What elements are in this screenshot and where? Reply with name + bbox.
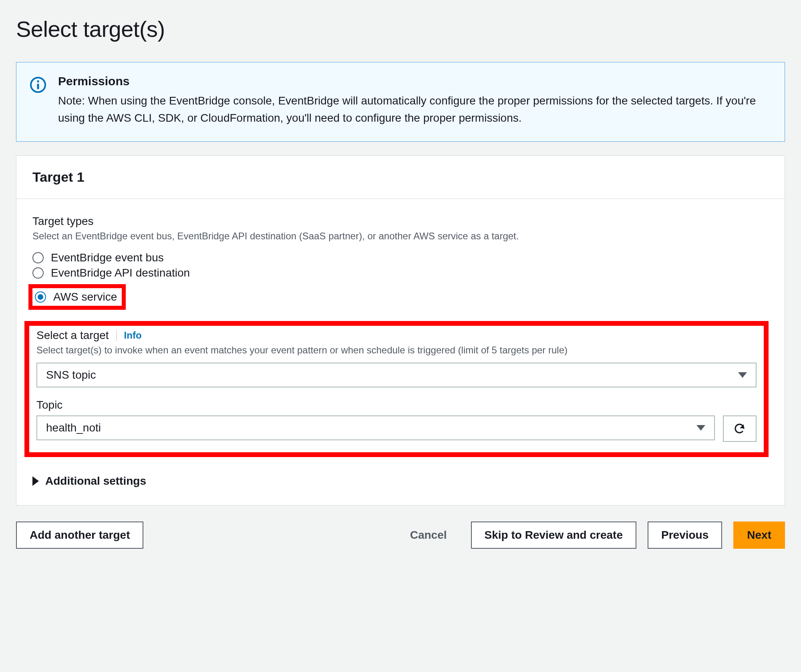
topic-select-value: health_noti (46, 421, 101, 434)
target-types-description: Select an EventBridge event bus, EventBr… (32, 229, 769, 243)
permissions-title: Permissions (58, 74, 770, 88)
radio-api-destination[interactable] (32, 267, 44, 279)
refresh-icon (733, 422, 747, 435)
target-types-title: Target types (32, 215, 769, 228)
add-another-target-button[interactable]: Add another target (16, 522, 143, 549)
caret-down-icon (696, 425, 705, 431)
radio-row-aws-service[interactable]: AWS service (35, 291, 117, 303)
select-target-description: Select target(s) to invoke when an event… (36, 343, 757, 357)
topic-select[interactable]: health_noti (36, 415, 715, 440)
info-icon (29, 76, 47, 94)
next-button[interactable]: Next (733, 522, 785, 549)
radio-label-event-bus: EventBridge event bus (51, 251, 164, 264)
permissions-note: Note: When using the EventBridge console… (58, 92, 770, 127)
target-type-select-value: SNS topic (46, 369, 96, 381)
radio-label-api-destination: EventBridge API destination (51, 267, 190, 279)
page-title: Select target(s) (16, 16, 785, 42)
target-panel-header: Target 1 (16, 156, 785, 199)
target-panel-title: Target 1 (32, 169, 769, 185)
radio-event-bus[interactable] (32, 252, 44, 263)
target-panel: Target 1 Target types Select an EventBri… (16, 155, 785, 506)
refresh-button[interactable] (723, 415, 757, 442)
highlight-aws-service: AWS service (28, 284, 126, 310)
footer: Add another target Cancel Skip to Review… (16, 522, 785, 549)
skip-to-review-button[interactable]: Skip to Review and create (471, 522, 636, 549)
radio-label-aws-service: AWS service (53, 291, 117, 303)
info-link[interactable]: Info (116, 330, 142, 341)
additional-settings-expander[interactable]: Additional settings (32, 475, 769, 487)
svg-marker-6 (32, 476, 39, 486)
caret-right-icon (32, 476, 39, 486)
permissions-info-box: Permissions Note: When using the EventBr… (16, 62, 785, 142)
target-type-select[interactable]: SNS topic (36, 363, 757, 387)
svg-rect-2 (37, 80, 39, 83)
caret-down-icon (738, 372, 747, 378)
svg-marker-3 (738, 372, 747, 378)
svg-marker-4 (696, 425, 705, 431)
additional-settings-label: Additional settings (45, 475, 146, 487)
radio-row-api-destination[interactable]: EventBridge API destination (32, 267, 769, 279)
radio-aws-service[interactable] (35, 291, 46, 303)
highlight-select-target: Select a target Info Select target(s) to… (24, 321, 769, 457)
svg-rect-1 (37, 84, 39, 89)
topic-label: Topic (36, 399, 757, 411)
select-target-title: Select a target (36, 329, 109, 342)
radio-row-event-bus[interactable]: EventBridge event bus (32, 251, 769, 264)
target-panel-body: Target types Select an EventBridge event… (16, 199, 785, 506)
cancel-button[interactable]: Cancel (397, 522, 460, 549)
select-target-header: Select a target Info (36, 329, 757, 342)
previous-button[interactable]: Previous (648, 522, 722, 549)
